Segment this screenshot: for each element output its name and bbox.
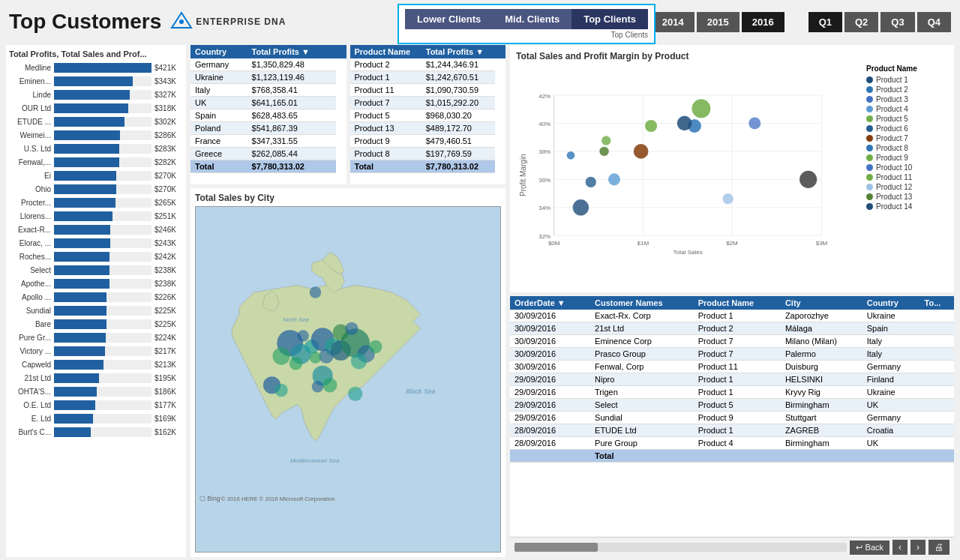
svg-point-11 xyxy=(290,357,302,370)
legend-label: Product 5 xyxy=(876,115,908,123)
product-profits-cell: $1,015,292.20 xyxy=(422,97,495,109)
legend-label: Product 4 xyxy=(876,105,908,113)
country-cell: UK xyxy=(862,399,920,412)
product-cell: Product 4 xyxy=(694,437,781,450)
bar-label: Ei xyxy=(9,172,54,180)
product-table-row: Product 5$968,030.20 xyxy=(350,109,506,122)
mid-clients-btn[interactable]: Mid. Clients xyxy=(493,9,572,29)
country-cell: Italy xyxy=(862,335,920,348)
bar-value: $265K xyxy=(154,199,176,207)
bar-value: $270K xyxy=(154,185,176,193)
bar-fill xyxy=(54,198,116,208)
map-title: Total Sales by City xyxy=(195,193,501,203)
product-name-cell: Product 2 xyxy=(350,58,422,71)
bottom-table-row: 29/09/2016 Sundial Product 9 Stuttgart G… xyxy=(510,412,954,424)
prev-page-button[interactable]: ‹ xyxy=(892,540,908,555)
date-cell: 30/09/2016 xyxy=(510,322,590,335)
total-cell xyxy=(920,450,954,463)
bar-value: $162K xyxy=(154,428,176,436)
next-page-button[interactable]: › xyxy=(910,540,926,555)
date-cell: 30/09/2016 xyxy=(510,335,590,348)
country-cell: Finland xyxy=(862,373,920,386)
bar-row: E. Ltd$169K xyxy=(9,412,183,425)
scatter-title: Total Sales and Profit Margin by Product xyxy=(516,51,948,61)
product-table-row: Product 2$1,244,346.91 xyxy=(350,58,506,71)
svg-point-56 xyxy=(645,120,657,132)
quarter-q3[interactable]: Q3 xyxy=(880,12,914,32)
bar-fill xyxy=(54,171,116,181)
profits-cell: $7,780,313.02 xyxy=(248,160,336,173)
svg-point-22 xyxy=(322,378,337,392)
legend-item: Product 1 xyxy=(866,76,948,84)
year-2016[interactable]: 2016 xyxy=(742,12,784,32)
total-header: To... xyxy=(920,296,954,310)
top-clients-btn[interactable]: Top Clients xyxy=(572,9,648,29)
product-profits-cell: $968,030.20 xyxy=(422,109,495,122)
bar-chart-panel: Total Profits, Total Sales and Prof... M… xyxy=(6,45,186,557)
bar-fill xyxy=(54,103,128,113)
bar-label: Burt's C... xyxy=(9,428,54,436)
bar-fill xyxy=(54,427,91,437)
bar-value: $224K xyxy=(154,334,176,342)
bottom-table-row: 29/09/2016 Select Product 5 Birmingham U… xyxy=(510,399,954,412)
product-table: Product Name Total Profits ▼ Product 2$1… xyxy=(350,45,506,173)
country-cell: Ukraine xyxy=(862,310,920,322)
bar-row: Burt's C...$162K xyxy=(9,426,183,439)
bar-label: Capweld xyxy=(9,361,54,369)
bar-label: Select xyxy=(9,266,54,274)
country-cell: Germany xyxy=(190,58,248,71)
bar-label: Weimei... xyxy=(9,131,54,139)
bar-row: Weimei...$286K xyxy=(9,129,183,142)
country-cell: UK xyxy=(862,437,920,450)
product-cell xyxy=(694,450,781,463)
product-profits-cell: $489,172.70 xyxy=(422,122,495,135)
legend-item: Product 13 xyxy=(866,193,948,201)
back-button[interactable]: ↩ Back xyxy=(850,541,890,555)
bottom-table-row: 30/09/2016 Fenwal, Corp Product 11 Duisb… xyxy=(510,361,954,373)
svg-text:$3M: $3M xyxy=(816,240,828,247)
bar-value: $195K xyxy=(154,374,176,382)
legend-label: Product 1 xyxy=(876,76,908,84)
quarter-q4[interactable]: Q4 xyxy=(917,12,951,32)
bar-value: $177K xyxy=(154,401,176,409)
year-2015[interactable]: 2015 xyxy=(697,12,740,32)
bar-row: 21st Ltd$195K xyxy=(9,372,183,385)
bar-chart-title: Total Profits, Total Sales and Prof... xyxy=(9,49,183,58)
horizontal-scrollbar[interactable] xyxy=(514,543,847,552)
country-table-row: Poland$541,867.39 xyxy=(190,122,346,135)
bottom-table-row: 29/09/2016 Trigen Product 1 Kryvy Rig Uk… xyxy=(510,386,954,399)
total-cell xyxy=(920,373,954,386)
quarter-q1[interactable]: Q1 xyxy=(808,12,842,32)
bottom-table-row: 30/09/2016 Exact-Rx. Corp Product 1 Zapo… xyxy=(510,310,954,322)
map-container[interactable]: Black Sea North Sea Mediterranean Sea xyxy=(195,206,501,553)
legend-item: Product 6 xyxy=(866,124,948,133)
product-table-row: Product 8$197,769.59 xyxy=(350,148,506,160)
total-cell xyxy=(920,348,954,361)
date-cell: 28/09/2016 xyxy=(510,437,590,450)
year-2014[interactable]: 2014 xyxy=(652,12,694,32)
bar-row: Roches...$242K xyxy=(9,250,183,263)
product-table-row: Product 13$489,172.70 xyxy=(350,122,506,135)
country-cell: Poland xyxy=(190,122,248,135)
lower-clients-btn[interactable]: Lower Clients xyxy=(405,9,493,29)
quarter-q2[interactable]: Q2 xyxy=(844,12,878,32)
bar-row: U.S. Ltd$283K xyxy=(9,142,183,155)
country-cell: Spain xyxy=(862,322,920,335)
product-name-cell: Product 5 xyxy=(350,109,422,122)
product-cell: Product 11 xyxy=(694,361,781,373)
country-cell: Italy xyxy=(190,84,248,97)
total-profits-col-header: Total Profits ▼ xyxy=(248,45,336,58)
country-cell: Germany xyxy=(862,361,920,373)
product-profits-cell: $7,780,313.02 xyxy=(422,160,495,173)
product-profits-col-header: Total Profits ▼ xyxy=(422,45,495,58)
bar-row: Llorens...$251K xyxy=(9,210,183,223)
bar-label: E. Ltd xyxy=(9,415,54,423)
legend-dot xyxy=(866,125,873,132)
svg-text:$2M: $2M xyxy=(726,240,738,247)
print-button[interactable]: 🖨 xyxy=(928,540,950,555)
product-name-cell: Product 13 xyxy=(350,122,422,135)
product-name-cell: Product 1 xyxy=(350,71,422,84)
bar-label: O.E. Ltd xyxy=(9,401,54,409)
bar-value: $243K xyxy=(154,239,176,247)
product-profits-cell: $479,460.51 xyxy=(422,135,495,148)
